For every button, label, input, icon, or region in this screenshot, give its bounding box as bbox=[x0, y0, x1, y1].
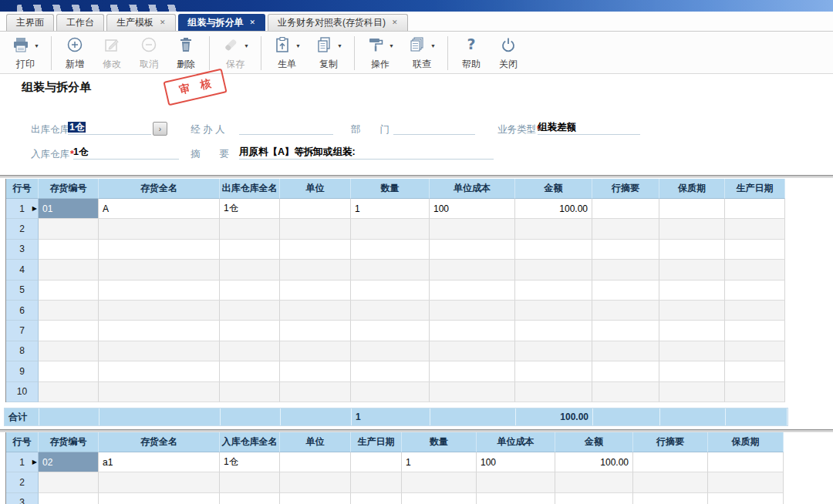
cell[interactable] bbox=[515, 219, 592, 239]
cell[interactable] bbox=[592, 281, 659, 301]
cell[interactable] bbox=[280, 199, 351, 219]
in-warehouse-input[interactable]: 1仓 bbox=[73, 146, 179, 160]
cell[interactable]: 100 bbox=[430, 199, 515, 219]
column-header[interactable]: 行号 bbox=[6, 179, 39, 199]
row-number-cell[interactable]: 3 bbox=[6, 493, 39, 504]
row-number-cell[interactable]: 1▶ bbox=[6, 452, 39, 472]
cell[interactable] bbox=[280, 493, 351, 504]
cell[interactable] bbox=[725, 382, 785, 402]
cell[interactable] bbox=[515, 240, 592, 260]
cell[interactable]: 100 bbox=[477, 452, 555, 472]
cell[interactable] bbox=[39, 472, 99, 492]
cell[interactable] bbox=[220, 219, 280, 239]
column-header[interactable]: 数量 bbox=[402, 432, 477, 452]
cell[interactable] bbox=[430, 281, 515, 301]
column-header[interactable]: 金额 bbox=[515, 179, 592, 199]
row-number-cell[interactable]: 3 bbox=[6, 240, 39, 260]
cell[interactable] bbox=[351, 240, 430, 260]
cell[interactable] bbox=[659, 321, 725, 341]
cell[interactable] bbox=[430, 341, 515, 361]
column-header[interactable]: 单位成本 bbox=[477, 432, 555, 452]
column-header[interactable]: 金额 bbox=[555, 432, 633, 452]
cell[interactable] bbox=[220, 260, 280, 280]
cell[interactable] bbox=[592, 361, 659, 381]
cell[interactable] bbox=[351, 472, 402, 492]
cell[interactable] bbox=[659, 341, 725, 361]
cell[interactable] bbox=[99, 301, 220, 321]
row-number-cell[interactable]: 6 bbox=[6, 301, 39, 321]
cell[interactable]: 01 bbox=[39, 199, 99, 219]
cell[interactable] bbox=[351, 301, 430, 321]
cell[interactable] bbox=[725, 219, 785, 239]
cell[interactable] bbox=[220, 361, 280, 381]
cell[interactable] bbox=[39, 281, 99, 301]
row-number-cell[interactable]: 8 bbox=[6, 341, 39, 361]
cell[interactable] bbox=[708, 493, 784, 504]
cell[interactable] bbox=[39, 301, 99, 321]
column-header[interactable]: 保质期 bbox=[708, 432, 784, 452]
row-number-cell[interactable]: 10 bbox=[6, 382, 39, 402]
row-number-cell[interactable]: 5 bbox=[6, 281, 39, 301]
cell[interactable] bbox=[39, 219, 99, 239]
cell[interactable] bbox=[402, 493, 477, 504]
cell[interactable] bbox=[39, 260, 99, 280]
cell[interactable] bbox=[39, 493, 99, 504]
cell[interactable] bbox=[515, 260, 592, 280]
column-header[interactable]: 行摘要 bbox=[592, 179, 659, 199]
cell[interactable] bbox=[592, 301, 659, 321]
cell[interactable] bbox=[280, 452, 351, 472]
cell[interactable] bbox=[99, 321, 220, 341]
cell[interactable] bbox=[280, 321, 351, 341]
column-header[interactable]: 行摘要 bbox=[633, 432, 708, 452]
cell[interactable] bbox=[725, 260, 785, 280]
column-header[interactable]: 单位 bbox=[280, 432, 351, 452]
cell[interactable] bbox=[659, 361, 725, 381]
column-header[interactable]: 存货编号 bbox=[39, 432, 99, 452]
cell[interactable] bbox=[351, 382, 430, 402]
cell[interactable]: 02 bbox=[39, 452, 99, 472]
cell[interactable] bbox=[280, 260, 351, 280]
cell[interactable] bbox=[708, 452, 784, 472]
column-header[interactable]: 存货全名 bbox=[99, 179, 220, 199]
cell[interactable] bbox=[351, 260, 430, 280]
cell[interactable]: a1 bbox=[99, 452, 220, 472]
cell[interactable] bbox=[351, 219, 430, 239]
cell[interactable] bbox=[220, 281, 280, 301]
cell[interactable] bbox=[659, 281, 725, 301]
cell[interactable]: A bbox=[99, 199, 220, 219]
cell[interactable] bbox=[725, 281, 785, 301]
column-header[interactable]: 行号 bbox=[6, 432, 39, 452]
cell[interactable] bbox=[280, 301, 351, 321]
column-header[interactable]: 数量 bbox=[351, 179, 430, 199]
cell[interactable] bbox=[592, 382, 659, 402]
cell[interactable] bbox=[351, 341, 430, 361]
column-header[interactable]: 生产日期 bbox=[351, 432, 402, 452]
cell[interactable] bbox=[592, 321, 659, 341]
cell[interactable] bbox=[39, 240, 99, 260]
cell[interactable] bbox=[515, 361, 592, 381]
cell[interactable] bbox=[592, 219, 659, 239]
row-number-cell[interactable]: 2 bbox=[6, 472, 39, 492]
out-warehouse-input[interactable]: 1仓 bbox=[68, 121, 151, 135]
cell[interactable] bbox=[659, 219, 725, 239]
cell[interactable] bbox=[99, 493, 220, 504]
cell[interactable] bbox=[725, 301, 785, 321]
cell[interactable] bbox=[659, 260, 725, 280]
row-number-cell[interactable]: 9 bbox=[6, 361, 39, 381]
cell[interactable] bbox=[280, 341, 351, 361]
cell[interactable] bbox=[220, 240, 280, 260]
cell[interactable] bbox=[220, 301, 280, 321]
browse-button[interactable]: › bbox=[153, 122, 167, 136]
cell[interactable] bbox=[659, 382, 725, 402]
cell[interactable] bbox=[99, 219, 220, 239]
cell[interactable] bbox=[659, 301, 725, 321]
cell[interactable] bbox=[99, 240, 220, 260]
cell[interactable] bbox=[39, 361, 99, 381]
cell[interactable] bbox=[592, 260, 659, 280]
cell[interactable] bbox=[515, 281, 592, 301]
column-header[interactable]: 单位成本 bbox=[430, 179, 515, 199]
cell[interactable] bbox=[515, 382, 592, 402]
cell[interactable] bbox=[402, 472, 477, 492]
cell[interactable] bbox=[351, 493, 402, 504]
cell[interactable] bbox=[99, 260, 220, 280]
